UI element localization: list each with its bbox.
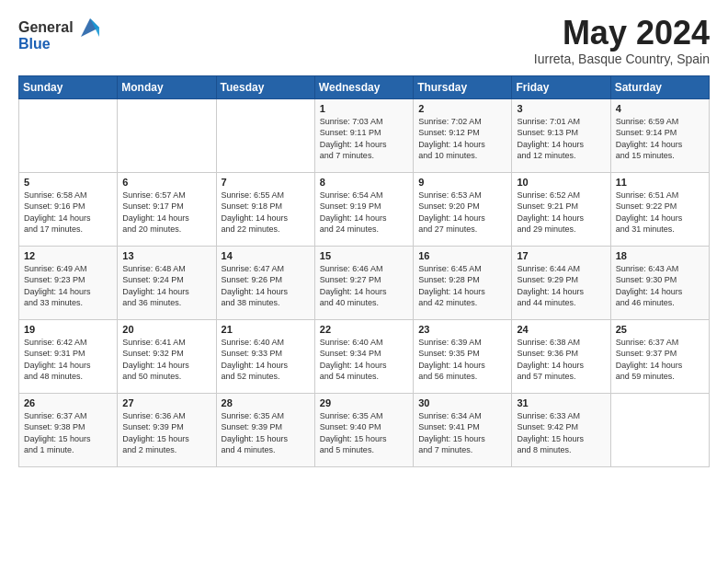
- cell-content-line: Sunrise: 6:52 AM: [517, 190, 580, 200]
- day-number: 20: [122, 324, 210, 335]
- day-number: 28: [222, 397, 310, 408]
- calendar-cell: 29Sunrise: 6:35 AMSunset: 9:40 PMDayligh…: [314, 393, 413, 466]
- calendar-cell: 31Sunrise: 6:33 AMSunset: 9:42 PMDayligh…: [512, 393, 610, 466]
- calendar-cell: 22Sunrise: 6:40 AMSunset: 9:34 PMDayligh…: [314, 319, 413, 393]
- cell-content-line: Sunset: 9:16 PM: [24, 201, 85, 211]
- cell-content-line: Sunset: 9:18 PM: [222, 201, 283, 211]
- cell-content: Sunrise: 6:33 AMSunset: 9:42 PMDaylight:…: [517, 410, 605, 456]
- cell-content-line: Sunrise: 6:38 AM: [517, 338, 580, 347]
- day-number: 24: [517, 324, 605, 335]
- cell-content-line: Sunset: 9:40 PM: [320, 422, 381, 431]
- cell-content-line: Sunset: 9:30 PM: [616, 275, 677, 284]
- cell-content: Sunrise: 6:54 AMSunset: 9:19 PMDaylight:…: [320, 190, 408, 236]
- cell-content-line: and 42 minutes.: [418, 298, 477, 307]
- day-number: 7: [222, 177, 310, 188]
- day-number: 5: [24, 177, 112, 188]
- calendar-cell: 3Sunrise: 7:01 AMSunset: 9:13 PMDaylight…: [512, 98, 610, 172]
- cell-content-line: Sunrise: 6:39 AM: [418, 338, 482, 347]
- cell-content-line: Sunrise: 6:42 AM: [24, 338, 87, 347]
- cell-content-line: Sunrise: 6:47 AM: [222, 264, 285, 273]
- day-number: 8: [320, 177, 408, 188]
- cell-content-line: Sunset: 9:29 PM: [517, 275, 578, 284]
- cell-content-line: Sunset: 9:33 PM: [222, 349, 283, 358]
- calendar-cell: 20Sunrise: 6:41 AMSunset: 9:32 PMDayligh…: [118, 319, 216, 393]
- cell-content-line: Sunrise: 7:02 AM: [418, 117, 482, 126]
- cell-content-line: and 54 minutes.: [320, 372, 379, 381]
- month-title: May 2024: [534, 15, 710, 52]
- cell-content: Sunrise: 6:36 AMSunset: 9:39 PMDaylight:…: [122, 410, 210, 456]
- cell-content-line: Sunrise: 6:48 AM: [122, 264, 186, 273]
- cell-content-line: Sunset: 9:34 PM: [320, 349, 381, 358]
- calendar-cell: 8Sunrise: 6:54 AMSunset: 9:19 PMDaylight…: [314, 172, 413, 246]
- cell-content-line: Sunset: 9:23 PM: [24, 275, 85, 284]
- day-number: 15: [320, 250, 408, 261]
- cell-content-line: Sunrise: 6:57 AM: [122, 190, 186, 200]
- cell-content-line: Daylight: 14 hours: [616, 213, 683, 223]
- cell-content-line: Daylight: 14 hours: [616, 361, 683, 370]
- cell-content-line: Daylight: 14 hours: [418, 213, 485, 223]
- day-number: 18: [616, 250, 704, 261]
- cell-content-line: Sunrise: 6:34 AM: [418, 411, 482, 420]
- cell-content-line: Sunset: 9:35 PM: [418, 349, 480, 358]
- calendar-cell: 30Sunrise: 6:34 AMSunset: 9:41 PMDayligh…: [414, 393, 512, 466]
- cell-content-line: Sunrise: 6:49 AM: [24, 264, 87, 273]
- cell-content: Sunrise: 6:44 AMSunset: 9:29 PMDaylight:…: [517, 263, 605, 309]
- day-number: 16: [418, 250, 506, 261]
- logo-icon: [77, 15, 103, 40]
- cell-content-line: Sunset: 9:11 PM: [320, 128, 381, 137]
- logo-blue-text: Blue: [18, 35, 51, 52]
- calendar-cell: 25Sunrise: 6:37 AMSunset: 9:37 PMDayligh…: [610, 319, 709, 393]
- cell-content-line: Daylight: 14 hours: [517, 140, 584, 149]
- calendar-cell: 27Sunrise: 6:36 AMSunset: 9:39 PMDayligh…: [118, 393, 216, 466]
- calendar-cell: 14Sunrise: 6:47 AMSunset: 9:26 PMDayligh…: [216, 246, 314, 319]
- calendar-cell: 12Sunrise: 6:49 AMSunset: 9:23 PMDayligh…: [19, 246, 118, 319]
- cell-content-line: Sunrise: 6:35 AM: [222, 411, 285, 420]
- cell-content-line: and 46 minutes.: [616, 298, 675, 307]
- cell-content-line: Daylight: 14 hours: [418, 287, 485, 296]
- cell-content: Sunrise: 6:40 AMSunset: 9:34 PMDaylight:…: [320, 337, 408, 383]
- cell-content-line: Sunrise: 6:33 AM: [517, 411, 580, 420]
- day-number: 27: [122, 397, 210, 408]
- calendar-cell: 23Sunrise: 6:39 AMSunset: 9:35 PMDayligh…: [414, 319, 512, 393]
- cell-content-line: and 52 minutes.: [222, 372, 280, 381]
- cell-content: Sunrise: 6:34 AMSunset: 9:41 PMDaylight:…: [418, 410, 506, 456]
- calendar-cell: 17Sunrise: 6:44 AMSunset: 9:29 PMDayligh…: [512, 246, 610, 319]
- cell-content-line: Daylight: 14 hours: [24, 361, 91, 370]
- day-number: 6: [122, 177, 210, 188]
- calendar-week-row: 5Sunrise: 6:58 AMSunset: 9:16 PMDaylight…: [19, 172, 710, 246]
- day-number: 1: [320, 103, 408, 114]
- cell-content-line: Daylight: 14 hours: [418, 361, 485, 370]
- cell-content-line: Sunrise: 6:43 AM: [616, 264, 679, 273]
- cell-content: Sunrise: 6:37 AMSunset: 9:37 PMDaylight:…: [616, 337, 704, 383]
- cell-content: Sunrise: 6:45 AMSunset: 9:28 PMDaylight:…: [418, 263, 506, 309]
- cell-content-line: and 24 minutes.: [320, 224, 379, 234]
- cell-content-line: Daylight: 14 hours: [517, 361, 584, 370]
- day-number: 12: [24, 250, 112, 261]
- day-number: 30: [418, 397, 506, 408]
- calendar-cell: 21Sunrise: 6:40 AMSunset: 9:33 PMDayligh…: [216, 319, 314, 393]
- cell-content-line: Sunset: 9:39 PM: [122, 422, 184, 431]
- cell-content-line: and 59 minutes.: [616, 372, 675, 381]
- cell-content-line: Daylight: 14 hours: [320, 287, 387, 296]
- calendar-cell: 5Sunrise: 6:58 AMSunset: 9:16 PMDaylight…: [19, 172, 118, 246]
- calendar-week-row: 26Sunrise: 6:37 AMSunset: 9:38 PMDayligh…: [19, 393, 710, 466]
- calendar-cell: 13Sunrise: 6:48 AMSunset: 9:24 PMDayligh…: [118, 246, 216, 319]
- cell-content-line: Sunrise: 6:54 AM: [320, 190, 383, 200]
- cell-content-line: and 57 minutes.: [517, 372, 575, 381]
- cell-content-line: and 40 minutes.: [320, 298, 379, 307]
- cell-content: Sunrise: 6:35 AMSunset: 9:40 PMDaylight:…: [320, 410, 408, 456]
- cell-content-line: Sunrise: 6:40 AM: [320, 338, 383, 347]
- day-number: 26: [24, 397, 112, 408]
- calendar-cell: 19Sunrise: 6:42 AMSunset: 9:31 PMDayligh…: [19, 319, 118, 393]
- cell-content-line: and 48 minutes.: [24, 372, 83, 381]
- day-number: 9: [418, 177, 506, 188]
- day-number: 22: [320, 324, 408, 335]
- cell-content-line: Sunset: 9:22 PM: [616, 201, 677, 211]
- title-block: May 2024 Iurreta, Basque Country, Spain: [534, 15, 710, 66]
- cell-content-line: and 1 minute.: [24, 445, 74, 454]
- cell-content: Sunrise: 6:58 AMSunset: 9:16 PMDaylight:…: [24, 190, 112, 236]
- calendar-cell: 11Sunrise: 6:51 AMSunset: 9:22 PMDayligh…: [610, 172, 709, 246]
- day-number: 23: [418, 324, 506, 335]
- cell-content-line: Sunrise: 6:55 AM: [222, 190, 285, 200]
- day-number: 11: [616, 177, 704, 188]
